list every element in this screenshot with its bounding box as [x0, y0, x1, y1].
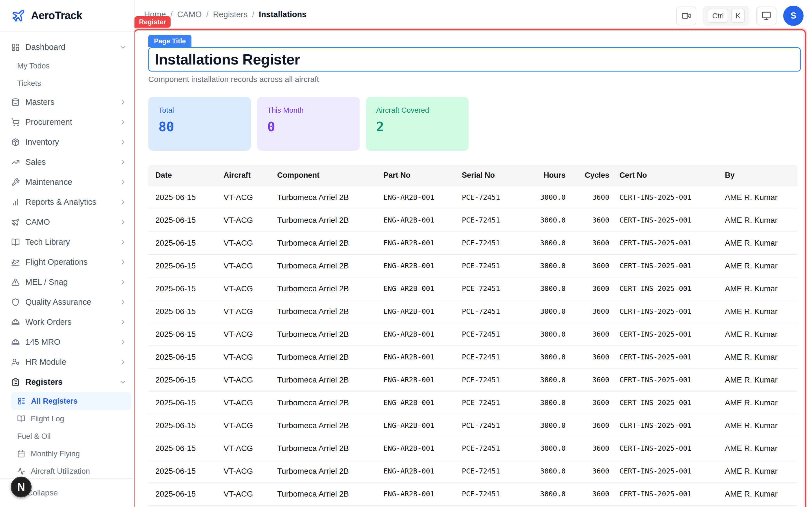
table-row[interactable]: 2025-06-15VT-ACGTurbomeca Arriel 2BENG-A… [148, 391, 797, 414]
cell-by: AME R. Kumar [725, 255, 797, 277]
display-mode-button[interactable] [756, 6, 776, 25]
sidebar-item-procurement[interactable]: Procurement [0, 112, 134, 132]
sidebar-item-sales[interactable]: Sales [0, 152, 134, 172]
command-palette-shortcut[interactable]: Ctrl K [703, 6, 749, 25]
sidebar-item-label: Registers [26, 378, 119, 387]
chevron-right-icon [119, 218, 127, 226]
cell-hours: 3000.0 [532, 323, 566, 346]
cell-cert-no: CERT-INS-2025-001 [609, 414, 725, 437]
chevron-right-icon [119, 298, 127, 306]
breadcrumb-registers[interactable]: Registers [213, 10, 248, 19]
sidebar-item-tech-library[interactable]: Tech Library [0, 232, 134, 252]
activity-icon [17, 467, 25, 475]
sidebar-item-tickets[interactable]: Tickets [0, 75, 134, 92]
screen-record-button[interactable] [676, 6, 696, 25]
cell-hours: 3000.0 [532, 209, 566, 231]
dev-tools-badge[interactable]: N [11, 476, 32, 497]
chevron-right-icon [119, 138, 127, 146]
sidebar-item-my-todos[interactable]: My Todos [0, 57, 134, 75]
cell-aircraft: VT-ACG [223, 323, 277, 346]
table-row[interactable]: 2025-06-15VT-ACGTurbomeca Arriel 2BENG-A… [148, 186, 797, 209]
breadcrumb-separator: / [252, 10, 254, 19]
cell-serial-no: PCE-72451 [462, 414, 532, 437]
table-row[interactable]: 2025-06-15VT-ACGTurbomeca Arriel 2BENG-A… [148, 277, 797, 300]
sidebar-item-fuel-oil[interactable]: Fuel & Oil [0, 428, 134, 445]
table-row[interactable]: 2025-06-15VT-ACGTurbomeca Arriel 2BENG-A… [148, 483, 797, 505]
cell-aircraft: VT-ACG [223, 460, 277, 483]
breadcrumb-separator: / [206, 10, 208, 19]
topbar-controls: Ctrl K S [676, 6, 804, 26]
cell-component: Turbomeca Arriel 2B [277, 483, 384, 505]
cell-by: AME R. Kumar [725, 186, 797, 209]
table-row[interactable]: 2025-06-15VT-ACGTurbomeca Arriel 2BENG-A… [148, 300, 797, 323]
cell-cycles: 3600 [566, 369, 609, 391]
cell-date: 2025-06-15 [148, 505, 223, 507]
cell-aircraft: VT-ACG [223, 186, 277, 209]
table-row[interactable]: 2025-06-15VT-ACGTurbomeca Arriel 2BENG-A… [148, 231, 797, 255]
cell-aircraft: VT-ACG [223, 483, 277, 505]
cell-component: Turbomeca Arriel 2B [277, 460, 384, 483]
sidebar-item-dashboard[interactable]: Dashboard [0, 37, 134, 57]
cell-cycles: 3600 [566, 323, 609, 346]
sidebar-item-work-orders[interactable]: Work Orders [0, 312, 134, 332]
sidebar-item-monthly-flying[interactable]: Monthly Flying [0, 445, 134, 462]
cell-component: Turbomeca Arriel 2B [277, 414, 384, 437]
cell-cert-no: CERT-INS-2025-001 [609, 391, 725, 414]
sidebar-item-145-mro[interactable]: 145 MRO [0, 332, 134, 352]
cell-aircraft: VT-ACG [223, 391, 277, 414]
video-camera-icon [681, 11, 691, 20]
table-row[interactable]: 2025-06-15VT-ACGTurbomeca Arriel 2BENG-A… [148, 369, 797, 391]
sidebar-item-quality-assurance[interactable]: Quality Assurance [0, 292, 134, 312]
breadcrumb-camo[interactable]: CAMO [177, 10, 202, 19]
plane-takeoff-icon [11, 258, 20, 267]
cell-cycles: 3600 [566, 186, 609, 209]
cell-cert-no: CERT-INS-2025-001 [609, 323, 725, 346]
table-row[interactable]: 2025-06-15VT-ACGTurbomeca Arriel 2BENG-A… [148, 414, 797, 437]
cell-date: 2025-06-15 [148, 391, 223, 414]
sidebar-item-flight-operations[interactable]: Flight Operations [0, 252, 134, 272]
sidebar-item-masters[interactable]: Masters [0, 92, 134, 112]
ctrl-key: Ctrl [708, 9, 728, 23]
sidebar-item-maintenance[interactable]: Maintenance [0, 172, 134, 192]
sidebar-item-camo[interactable]: CAMO [0, 212, 134, 232]
cell-serial-no: PCE-72451 [462, 460, 532, 483]
cell-cycles: 3600 [566, 483, 609, 505]
cell-cycles: 3600 [566, 255, 609, 277]
table-row[interactable]: 2025-06-15VT-ACGTurbomeca Arriel 2BENG-A… [148, 323, 797, 346]
app-logo: AeroTrack [0, 0, 134, 32]
sidebar-item-label: Quality Assurance [26, 297, 119, 307]
sidebar-item-inventory[interactable]: Inventory [0, 132, 134, 152]
cell-by: AME R. Kumar [725, 460, 797, 483]
table-row[interactable]: 2025-06-15VT-ACGTurbomeca Arriel 2BENG-A… [148, 437, 797, 460]
database-icon [11, 98, 20, 107]
cell-by: AME R. Kumar [725, 483, 797, 505]
table-row[interactable]: 2025-06-15VT-ACGTurbomeca Arriel 2BENG-A… [148, 209, 797, 231]
sidebar-item-hr-module[interactable]: HR Module [0, 352, 134, 372]
table-row[interactable]: 2025-06-15VT-ACGTurbomeca Arriel 2BENG-A… [148, 460, 797, 483]
sidebar-item-registers[interactable]: Registers [0, 372, 134, 392]
cell-component: Turbomeca Arriel 2B [277, 437, 384, 460]
cell-serial-no: PCE-72451 [462, 505, 532, 507]
column-header-part-no: Part No [384, 165, 462, 186]
table-row[interactable]: 2025-06-15VT-ACGTurbomeca Arriel 2BENG-A… [148, 346, 797, 369]
table-header-row: DateAircraftComponentPart NoSerial NoHou… [148, 165, 797, 186]
user-avatar[interactable]: S [783, 6, 804, 26]
table-row[interactable]: 2025-06-15VT-ACGTurbomeca Arriel 2BENG-A… [148, 505, 797, 507]
table-row[interactable]: 2025-06-15VT-ACGTurbomeca Arriel 2BENG-A… [148, 255, 797, 277]
sidebar-item-flight-log[interactable]: Flight Log [0, 410, 134, 428]
app-name: AeroTrack [31, 10, 82, 22]
stats-row: Total 80 This Month 0 Aircraft Covered 2 [148, 97, 801, 151]
cell-cert-no: CERT-INS-2025-001 [609, 437, 725, 460]
sidebar-item-all-registers[interactable]: All Registers [11, 392, 131, 410]
hard-hat-icon [11, 318, 20, 327]
sidebar-item-label: Procurement [26, 117, 119, 127]
register-region: Page Title Installations Register Compon… [134, 29, 806, 507]
cell-serial-no: PCE-72451 [462, 369, 532, 391]
cell-cert-no: CERT-INS-2025-001 [609, 186, 725, 209]
sidebar-item-reports-analytics[interactable]: Reports & Analytics [0, 192, 134, 212]
cell-cert-no: CERT-INS-2025-001 [609, 369, 725, 391]
chevron-right-icon [119, 98, 127, 106]
sidebar-item-mel-snag[interactable]: MEL / Snag [0, 272, 134, 292]
sidebar-item-label: 145 MRO [26, 337, 119, 347]
cell-hours: 3000.0 [532, 460, 566, 483]
